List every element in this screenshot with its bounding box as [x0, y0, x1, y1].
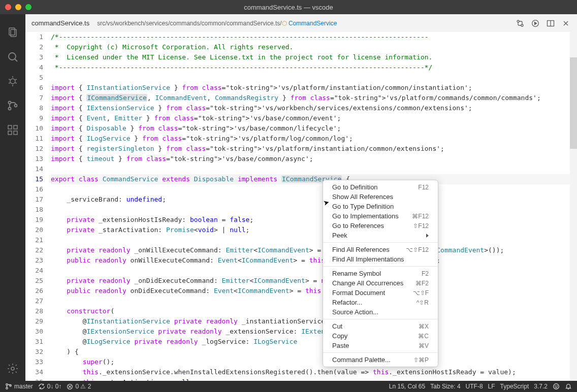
menu-separator	[323, 319, 438, 319]
close-tab-icon[interactable]	[562, 19, 570, 27]
explorer-icon[interactable]	[1, 20, 25, 45]
menu-separator	[323, 242, 438, 243]
menu-item-peek[interactable]: Peek	[323, 231, 438, 240]
status-sync[interactable]: 0↓ 0↑	[38, 383, 62, 390]
menu-item-cut[interactable]: Cut⌘X	[323, 321, 438, 331]
menu-item-go-to-type-definition[interactable]: Go to Type Definition	[323, 202, 438, 211]
code-line[interactable]: public readonly onWillExecuteCommand: Ev…	[51, 255, 577, 266]
code-line[interactable]	[51, 184, 577, 194]
code-line[interactable]: import { IExtensionService } from class=…	[51, 103, 577, 113]
source-control-icon[interactable]	[1, 93, 25, 118]
code-line[interactable]: constructor(	[51, 306, 577, 316]
svg-point-12	[9, 108, 11, 110]
menu-item-command-palette[interactable]: Command Palette...⇧⌘P	[323, 355, 438, 365]
compare-changes-icon[interactable]	[516, 19, 524, 27]
menu-item-refactor[interactable]: Refactor...^⇧R	[323, 298, 438, 307]
code-line[interactable]: _serviceBrand: undefined;	[51, 194, 577, 205]
status-encoding[interactable]: UTF-8	[466, 383, 483, 390]
titlebar: commandService.ts — vscode	[0, 0, 577, 14]
menu-item-copy[interactable]: Copy⌘C	[323, 331, 438, 341]
code-line[interactable]: *---------------------------------------…	[51, 62, 577, 73]
code-line[interactable]: import { IInstantiationService } from cl…	[51, 83, 577, 93]
code-line[interactable]: import { timeout } from class="tok-strin…	[51, 154, 577, 164]
status-bar: master 0↓ 0↑ 0 ⚠ 2 Ln 15, Col 65 Tab Siz…	[0, 381, 577, 392]
menu-item-paste[interactable]: Paste⌘V	[323, 341, 438, 350]
code-line[interactable]: @ILogService private readonly _logServic…	[51, 337, 577, 347]
code-line[interactable]	[51, 73, 577, 83]
extensions-icon[interactable]	[1, 118, 25, 142]
code-line[interactable]: export class CommandService extends Disp…	[51, 174, 577, 184]
code-line[interactable]: super();	[51, 357, 577, 367]
tab-strip: commandService.ts src/vs/workbench/servi…	[25, 14, 577, 32]
menu-item-go-to-definition[interactable]: Go to DefinitionF12	[323, 182, 438, 192]
close-window-icon[interactable]	[5, 4, 11, 10]
code-lines[interactable]: /*--------------------------------------…	[51, 32, 577, 381]
code-editor[interactable]: 1234567891011121314151617181920212223242…	[25, 32, 577, 381]
code-line[interactable]: private _starActivation: Promise<void> |…	[51, 225, 577, 235]
maximize-window-icon[interactable]	[25, 4, 31, 10]
svg-point-18	[11, 367, 14, 370]
menu-item-rename-symbol[interactable]: Rename SymbolF2	[323, 269, 438, 278]
code-line[interactable]: import { registerSingleton } from class=…	[51, 144, 577, 154]
status-ln-col[interactable]: Ln 15, Col 65	[389, 383, 425, 390]
settings-icon[interactable]	[1, 356, 25, 381]
status-language[interactable]: TypeScript	[500, 383, 529, 390]
menu-item-go-to-references[interactable]: Go to References⇧F12	[323, 221, 438, 231]
minimap[interactable]	[570, 32, 577, 381]
code-line[interactable]: * Licensed under the MIT License. See Li…	[51, 52, 577, 62]
search-icon[interactable]	[1, 45, 25, 69]
split-editor-icon[interactable]	[547, 19, 555, 27]
menu-item-go-to-implementations[interactable]: Go to Implementations⌘F12	[323, 211, 438, 221]
run-preview-icon[interactable]	[531, 19, 539, 27]
line-gutter: 1234567891011121314151617181920212223242…	[25, 32, 51, 381]
code-line[interactable]: import { ILogService } from class="tok-s…	[51, 134, 577, 144]
code-line[interactable]: private readonly _onDidExecuteCommand: E…	[51, 276, 577, 286]
code-line[interactable]: @IExtensionService private readonly _ext…	[51, 326, 577, 337]
menu-separator	[323, 266, 438, 267]
menu-item-show-all-references[interactable]: Show All References	[323, 192, 438, 202]
menu-item-find-all-implementations[interactable]: Find All Implementations	[323, 254, 438, 264]
menu-item-format-document[interactable]: Format Document⌥⇧F	[323, 288, 438, 298]
menu-separator	[323, 352, 438, 353]
status-eol[interactable]: LF	[488, 383, 495, 390]
code-line[interactable]: import { Event, Emitter } from class="to…	[51, 113, 577, 123]
code-line[interactable]	[51, 205, 577, 215]
breadcrumb[interactable]: src/vs/workbench/services/commands/commo…	[97, 20, 337, 27]
status-branch[interactable]: master	[5, 383, 33, 390]
status-bell-icon[interactable]	[565, 383, 572, 390]
code-line[interactable]: import { Disposable } from class="tok-st…	[51, 123, 577, 134]
status-tab-size[interactable]: Tab Size: 4	[430, 383, 460, 390]
svg-rect-0	[9, 28, 15, 35]
menu-item-find-all-references[interactable]: Find All References⌥⇧F12	[323, 245, 438, 254]
menu-item-change-all-occurrences[interactable]: Change All Occurrences⌘F2	[323, 278, 438, 288]
svg-rect-14	[8, 125, 12, 129]
status-problems[interactable]: 0 ⚠ 2	[67, 383, 91, 390]
code-line[interactable]: /*--------------------------------------…	[51, 32, 577, 42]
context-menu: Go to DefinitionF12Show All ReferencesGo…	[323, 180, 438, 367]
code-line[interactable]: * Copyright (c) Microsoft Corporation. A…	[51, 42, 577, 52]
minimize-window-icon[interactable]	[15, 4, 21, 10]
svg-line-3	[15, 59, 17, 61]
code-line[interactable]: private _extensionHostIsReady: boolean =…	[51, 215, 577, 225]
code-line[interactable]: import { ICommandService, ICommandEvent,…	[51, 93, 577, 103]
tab-filename[interactable]: commandService.ts	[31, 19, 89, 27]
code-line[interactable]	[51, 164, 577, 174]
svg-rect-15	[8, 131, 12, 135]
code-line[interactable]	[51, 266, 577, 276]
debug-icon[interactable]	[1, 69, 25, 93]
code-line[interactable]: this._starActivation = null;	[51, 377, 577, 381]
code-line[interactable]: this._extensionService.whenInstalledExte…	[51, 367, 577, 377]
code-line[interactable]: public readonly onDidExecuteCommand: Eve…	[51, 286, 577, 296]
minimap-thumb[interactable]	[570, 57, 577, 149]
status-ts-version[interactable]: 3.7.2	[534, 383, 548, 390]
svg-point-13	[15, 105, 17, 107]
code-line[interactable]: ) {	[51, 347, 577, 357]
code-line[interactable]: @IInstantiationService private readonly …	[51, 316, 577, 326]
svg-point-34	[557, 386, 557, 386]
code-line[interactable]	[51, 235, 577, 245]
code-line[interactable]	[51, 296, 577, 306]
code-line[interactable]: private readonly _onWillExecuteCommand: …	[51, 245, 577, 255]
status-feedback-icon[interactable]	[553, 383, 560, 390]
menu-item-source-action[interactable]: Source Action...	[323, 307, 438, 317]
svg-rect-17	[14, 125, 17, 129]
